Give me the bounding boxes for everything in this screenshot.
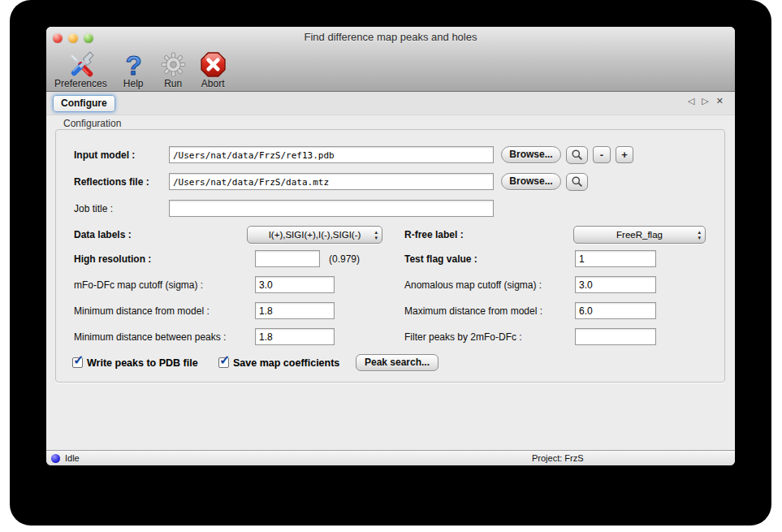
map-cutoff-field[interactable] xyxy=(255,276,335,293)
input-model-row: Input model : Browse... - + xyxy=(56,146,724,164)
input-model-add-button[interactable]: + xyxy=(616,146,633,163)
tab-forward-icon[interactable]: ▷ xyxy=(702,96,708,106)
abort-stop-icon xyxy=(200,51,227,78)
svg-text:?: ? xyxy=(125,51,141,78)
anomalous-cutoff-label: Anomalous map cutoff (sigma) : xyxy=(404,276,542,294)
configuration-section-label: Configuration xyxy=(63,118,121,129)
high-resolution-hint: (0.979) xyxy=(329,250,360,268)
magnifier-icon xyxy=(571,175,584,188)
help-icon: ? xyxy=(120,51,147,78)
stepper-icon: ▴▾ xyxy=(698,229,701,240)
data-labels-value: I(+),SIGI(+),I(-),SIGI(-) xyxy=(269,230,361,240)
stepper-icon: ▴▾ xyxy=(374,229,378,240)
job-title-label: Job title : xyxy=(74,200,113,218)
data-labels-row: Data labels : I(+),SIGI(+),I(-),SIGI(-) … xyxy=(56,226,724,244)
preferences-label: Preferences xyxy=(54,78,107,89)
tab-bar: Configure ◁ ▷ ✕ xyxy=(46,92,735,115)
job-title-row: Job title : xyxy=(56,200,724,218)
status-ball-icon xyxy=(51,454,60,463)
test-flag-field[interactable] xyxy=(575,250,656,267)
high-resolution-field[interactable] xyxy=(255,250,320,267)
data-labels-label: Data labels : xyxy=(74,226,132,244)
input-model-remove-button[interactable]: - xyxy=(593,146,611,163)
abort-button[interactable]: Abort xyxy=(200,51,227,89)
traffic-lights xyxy=(53,33,93,43)
abort-label: Abort xyxy=(201,78,225,89)
test-flag-label: Test flag value : xyxy=(404,250,477,268)
max-distance-field[interactable] xyxy=(575,302,656,319)
reflections-field[interactable] xyxy=(169,173,494,190)
check-icon: ✓ xyxy=(219,353,230,368)
rfree-dropdown[interactable]: FreeR_flag ▴▾ xyxy=(573,226,706,244)
title-bar[interactable]: Find difference map peaks and holes xyxy=(46,27,735,47)
input-model-view-button[interactable] xyxy=(566,146,588,164)
help-label: Help xyxy=(123,78,144,89)
write-peaks-checkbox[interactable]: ✓ xyxy=(72,357,83,368)
minimize-window-button[interactable] xyxy=(68,33,78,43)
window-header: Find difference map peaks and holes Pref… xyxy=(46,27,735,92)
help-button[interactable]: ? Help xyxy=(120,51,147,89)
status-bar: Idle Project: FrzS xyxy=(46,450,735,465)
zoom-window-button[interactable] xyxy=(84,33,93,43)
run-label: Run xyxy=(164,78,182,89)
window-title: Find difference map peaks and holes xyxy=(46,27,735,48)
input-model-browse-button[interactable]: Browse... xyxy=(501,146,561,163)
filter-peaks-field[interactable] xyxy=(575,328,656,345)
run-button[interactable]: Run xyxy=(160,51,187,89)
min-distance-field[interactable] xyxy=(255,302,335,319)
distance-row: Minimum distance from model : Maximum di… xyxy=(56,302,724,320)
rfree-value: FreeR_flag xyxy=(616,230,663,240)
project-label: Project: FrzS xyxy=(532,451,584,465)
check-icon: ✓ xyxy=(73,353,84,368)
preferences-button[interactable]: Preferences xyxy=(54,51,107,89)
high-resolution-row: High resolution : (0.979) Test flag valu… xyxy=(56,250,724,268)
tab-configure[interactable]: Configure xyxy=(53,95,115,112)
job-title-field[interactable] xyxy=(169,200,494,217)
reflections-label: Reflections file : xyxy=(74,173,149,191)
options-row: ✓ Write peaks to PDB file ✓ Save map coe… xyxy=(56,354,724,372)
app-window: Find difference map peaks and holes Pref… xyxy=(46,27,735,465)
max-distance-label: Maximum distance from model : xyxy=(404,302,542,320)
reflections-view-button[interactable] xyxy=(566,173,588,191)
save-map-label: Save map coefficients xyxy=(233,354,339,372)
tools-icon xyxy=(67,51,94,78)
status-text: Idle xyxy=(65,451,80,465)
reflections-row: Reflections file : Browse... xyxy=(56,173,724,191)
tab-close-icon[interactable]: ✕ xyxy=(716,96,724,106)
min-peak-distance-label: Minimum distance between peaks : xyxy=(74,328,226,346)
gear-icon xyxy=(160,51,187,78)
input-model-field[interactable] xyxy=(169,146,494,163)
data-labels-dropdown[interactable]: I(+),SIGI(+),I(-),SIGI(-) ▴▾ xyxy=(247,226,382,244)
magnifier-icon xyxy=(571,149,584,162)
reflections-browse-button[interactable]: Browse... xyxy=(501,173,561,190)
configure-panel: Configuration Input model : Browse... - … xyxy=(46,115,735,450)
close-window-button[interactable] xyxy=(53,33,63,43)
map-cutoff-label: mFo-DFc map cutoff (sigma) : xyxy=(74,276,203,294)
peak-search-button[interactable]: Peak search... xyxy=(356,354,439,371)
save-map-checkbox[interactable]: ✓ xyxy=(218,357,229,368)
anomalous-cutoff-field[interactable] xyxy=(575,276,656,293)
filter-peaks-label: Filter peaks by 2mFo-DFc : xyxy=(404,328,522,346)
min-distance-label: Minimum distance from model : xyxy=(74,302,210,320)
map-cutoff-row: mFo-DFc map cutoff (sigma) : Anomalous m… xyxy=(56,276,724,294)
tab-back-icon[interactable]: ◁ xyxy=(688,96,694,106)
tab-controls: ◁ ▷ ✕ xyxy=(688,96,724,106)
peak-distance-row: Minimum distance between peaks : Filter … xyxy=(56,328,724,346)
min-peak-distance-field[interactable] xyxy=(255,328,335,345)
high-resolution-label: High resolution : xyxy=(74,250,151,268)
write-peaks-label: Write peaks to PDB file xyxy=(87,354,198,372)
rfree-label: R-free label : xyxy=(404,226,464,244)
input-model-label: Input model : xyxy=(74,146,135,164)
toolbar: Preferences ? Help xyxy=(46,47,735,91)
configuration-groupbox: Input model : Browse... - + Reflections … xyxy=(55,129,725,383)
